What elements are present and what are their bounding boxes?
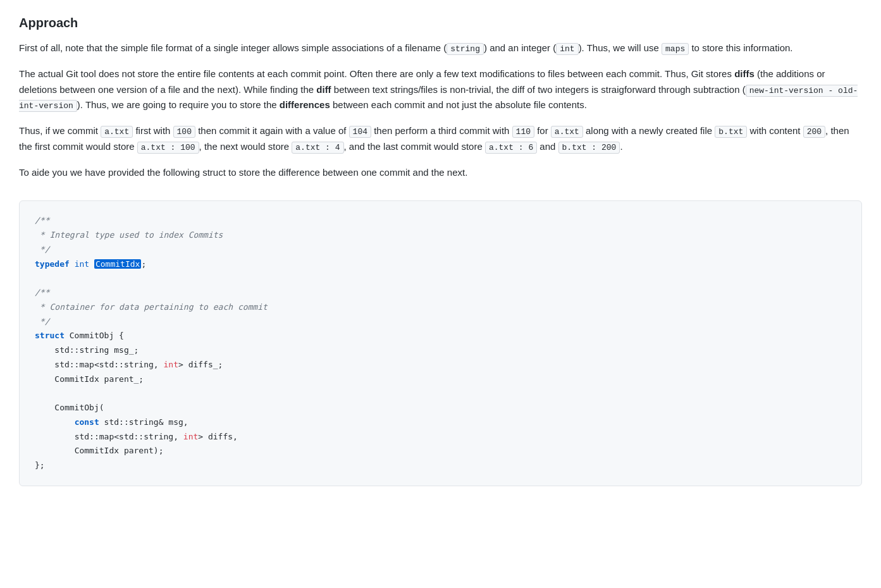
member-msg: std::string msg_; xyxy=(54,345,139,355)
code-int: int xyxy=(556,43,578,55)
bold-diffs: diffs xyxy=(734,68,755,79)
code-block: /** * Integral type used to index Commit… xyxy=(19,200,862,486)
code-btxt-1: b.txt xyxy=(715,126,747,138)
constructor-name: CommitObj( xyxy=(54,403,104,412)
code-atxt-100: a.txt : 100 xyxy=(137,142,199,154)
code-formula: new-int-version - old-int-version xyxy=(19,85,858,113)
code-maps: maps xyxy=(662,43,689,55)
paragraph-4: To aide you we have provided the followi… xyxy=(19,165,862,181)
code-pre: /** * Integral type used to index Commit… xyxy=(35,214,846,473)
code-btxt-200: b.txt : 200 xyxy=(558,142,620,154)
paragraph-3: Thus, if we commit a.txt first with 100 … xyxy=(19,123,862,155)
keyword-const: const xyxy=(75,417,99,427)
code-104: 104 xyxy=(349,126,371,138)
section-heading: Approach xyxy=(19,13,862,33)
code-scroll-area[interactable]: /** * Integral type used to index Commit… xyxy=(19,190,862,486)
type-int-1: int xyxy=(75,259,89,269)
code-atxt-2: a.txt xyxy=(551,126,583,138)
struct-name: CommitObj { xyxy=(70,331,124,340)
member-parent: CommitIdx parent_; xyxy=(54,374,144,384)
keyword-typedef: typedef xyxy=(35,259,70,269)
code-atxt-1: a.txt xyxy=(101,126,133,138)
bold-diff: diff xyxy=(316,84,331,95)
code-string: string xyxy=(447,43,484,55)
comment-2: /** * Container for data pertaining to e… xyxy=(35,288,268,326)
code-atxt-6: a.txt : 6 xyxy=(485,142,537,154)
param-msg: std::string& msg, xyxy=(104,417,188,427)
param-diffs: std::map<std::string, int> diffs, xyxy=(75,432,238,441)
code-container: /** * Integral type used to index Commit… xyxy=(19,190,862,486)
highlight-commitidx: CommitIdx xyxy=(94,259,141,269)
code-110: 110 xyxy=(512,126,534,138)
keyword-struct: struct xyxy=(35,331,65,340)
paragraph-2: The actual Git tool does not store the e… xyxy=(19,66,862,113)
paragraph-1: First of all, note that the simple file … xyxy=(19,40,862,56)
struct-close: }; xyxy=(35,460,45,470)
code-atxt-4: a.txt : 4 xyxy=(292,142,343,154)
bold-differences: differences xyxy=(280,99,330,110)
code-200: 200 xyxy=(803,126,825,138)
code-100: 100 xyxy=(173,126,195,138)
comment-1: /** * Integral type used to index Commit… xyxy=(35,216,223,254)
member-diffs: std::map<std::string, int> diffs_; xyxy=(54,360,223,369)
param-parent: CommitIdx parent); xyxy=(75,446,164,455)
